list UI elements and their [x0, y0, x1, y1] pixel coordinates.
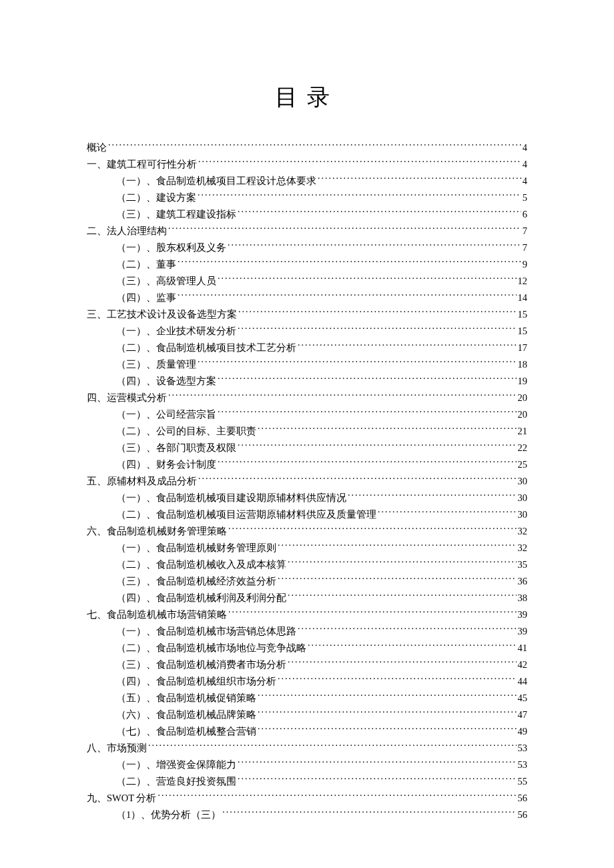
toc-entry-label: （六）、食品制造机械品牌策略 — [116, 707, 256, 723]
toc-leader-dots — [228, 608, 517, 618]
toc-entry-label: 八、市场预测 — [87, 740, 147, 757]
toc-entry[interactable]: 七、食品制造机械市场营销策略39 — [87, 606, 527, 623]
toc-entry[interactable]: （四）、食品制造机械利润及利润分配38 — [87, 590, 527, 606]
toc-entry-page: 7 — [523, 223, 527, 240]
toc-entry-label: （四）、食品制造机械组织市场分析 — [116, 673, 276, 690]
toc-entry-page: 55 — [518, 773, 528, 790]
toc-entry[interactable]: （二）、食品制造机械项目技术工艺分析17 — [87, 340, 527, 356]
toc-entry-page: 21 — [518, 423, 528, 440]
toc-entry[interactable]: （二）、董事9 — [87, 256, 527, 273]
toc-leader-dots — [168, 224, 521, 234]
toc-leader-dots — [238, 308, 517, 318]
toc-entry[interactable]: （三）、各部门职责及权限22 — [87, 440, 527, 456]
toc-entry[interactable]: 一、建筑工程可行性分析4 — [87, 156, 527, 173]
toc-entry[interactable]: （四）、设备选型方案19 — [87, 373, 527, 390]
toc-entry-label: （二）、公司的目标、主要职责 — [116, 423, 256, 440]
toc-entry-label: （二）、营造良好投资氛围 — [116, 773, 236, 790]
toc-entry-label: （一）、增强资金保障能力 — [116, 757, 236, 773]
toc-leader-dots — [278, 574, 517, 584]
toc-entry[interactable]: （二）、食品制造机械项目运营期原辅材料供应及质量管理30 — [87, 506, 527, 523]
toc-entry[interactable]: （一）、食品制造机械财务管理原则32 — [87, 540, 527, 556]
toc-entry-page: 17 — [518, 340, 528, 356]
toc-entry[interactable]: 概论4 — [87, 139, 527, 156]
toc-entry-label: （四）、监事 — [116, 290, 176, 306]
toc-leader-dots — [288, 558, 517, 568]
toc-leader-dots — [218, 408, 517, 418]
toc-leader-dots — [278, 675, 517, 685]
toc-leader-dots — [168, 391, 517, 401]
toc-entry[interactable]: （二）、食品制造机械市场地位与竞争战略41 — [87, 640, 527, 657]
toc-entry[interactable]: （一）、公司经营宗旨20 — [87, 406, 527, 423]
toc-entry[interactable]: （二）、营造良好投资氛围55 — [87, 773, 527, 790]
toc-entry[interactable]: 五、原辅材料及成品分析30 — [87, 473, 527, 490]
toc-leader-dots — [148, 741, 517, 751]
toc-entry[interactable]: （一）、增强资金保障能力53 — [87, 757, 527, 773]
page-title: 目录 — [87, 82, 527, 113]
toc-entry[interactable]: （七）、食品制造机械整合营销49 — [87, 723, 527, 740]
toc-entry-page: 12 — [518, 273, 528, 290]
toc-entry-label: （1）、优势分析（三） — [116, 807, 221, 823]
toc-entry[interactable]: （四）、监事14 — [87, 290, 527, 306]
toc-entry[interactable]: （三）、质量管理18 — [87, 356, 527, 373]
toc-entry-page: 53 — [518, 757, 528, 773]
toc-entry-label: 概论 — [87, 139, 107, 156]
toc-leader-dots — [238, 207, 521, 218]
toc-entry-page: 7 — [523, 240, 527, 256]
toc-entry[interactable]: （六）、食品制造机械品牌策略47 — [87, 707, 527, 723]
toc-entry-label: （三）、高级管理人员 — [116, 273, 216, 290]
toc-entry-label: （三）、质量管理 — [116, 356, 196, 373]
toc-entry[interactable]: （二）、建设方案5 — [87, 189, 527, 206]
toc-entry[interactable]: （一）、食品制造机械项目工程设计总体要求4 — [87, 173, 527, 189]
toc-entry-page: 15 — [518, 306, 528, 323]
toc-entry[interactable]: （四）、食品制造机械组织市场分析44 — [87, 673, 527, 690]
toc-entry-label: 五、原辅材料及成品分析 — [87, 473, 197, 490]
toc-leader-dots — [348, 491, 517, 501]
toc-entry-label: （一）、股东权利及义务 — [116, 240, 226, 256]
toc-entry[interactable]: （三）、食品制造机械消费者市场分析42 — [87, 657, 527, 673]
toc-entry[interactable]: （一）、食品制造机械市场营销总体思路39 — [87, 623, 527, 640]
toc-entry[interactable]: （一）、食品制造机械项目建设期原辅材料供应情况30 — [87, 490, 527, 506]
toc-entry[interactable]: 九、SWOT 分析56 — [87, 790, 527, 807]
toc-entry-label: （二）、食品制造机械项目技术工艺分析 — [116, 340, 296, 356]
toc-entry-label: （一）、企业技术研发分析 — [116, 323, 236, 340]
toc-entry[interactable]: （三）、高级管理人员12 — [87, 273, 527, 290]
toc-entry[interactable]: （三）、食品制造机械经济效益分析36 — [87, 573, 527, 590]
toc-leader-dots — [238, 758, 517, 768]
toc-entry-page: 5 — [523, 189, 527, 206]
toc-entry-page: 30 — [518, 490, 528, 506]
toc-leader-dots — [228, 524, 517, 534]
toc-entry-label: （四）、设备选型方案 — [116, 373, 216, 390]
toc-entry-label: （二）、董事 — [116, 256, 176, 273]
toc-entry-page: 39 — [518, 623, 528, 640]
toc-entry[interactable]: 四、运营模式分析20 — [87, 390, 527, 406]
toc-entry[interactable]: （一）、股东权利及义务7 — [87, 240, 527, 256]
toc-entry-page: 53 — [518, 740, 528, 757]
toc-entry[interactable]: 二、法人治理结构7 — [87, 223, 527, 240]
toc-entry-page: 4 — [523, 156, 527, 173]
toc-entry-label: （四）、食品制造机械利润及利润分配 — [116, 590, 286, 606]
toc-entry-page: 38 — [518, 590, 528, 606]
toc-entry-page: 44 — [518, 673, 528, 690]
toc-entry[interactable]: （三）、建筑工程建设指标6 — [87, 206, 527, 223]
toc-leader-dots — [218, 458, 517, 468]
toc-entry[interactable]: 三、工艺技术设计及设备选型方案15 — [87, 306, 527, 323]
toc-leader-dots — [218, 274, 517, 284]
toc-entry[interactable]: （二）、公司的目标、主要职责21 — [87, 423, 527, 440]
toc-leader-dots — [258, 691, 517, 701]
toc-entry-label: 四、运营模式分析 — [87, 390, 167, 406]
toc-entry-page: 15 — [518, 323, 528, 340]
toc-entry[interactable]: （四）、财务会计制度25 — [87, 456, 527, 473]
toc-entry[interactable]: 六、食品制造机械财务管理策略32 — [87, 523, 527, 540]
toc-leader-dots — [378, 508, 517, 518]
toc-entry[interactable]: （五）、食品制造机械促销策略45 — [87, 690, 527, 707]
toc-entry-page: 22 — [518, 440, 528, 456]
toc-entry[interactable]: 八、市场预测53 — [87, 740, 527, 757]
toc-entry[interactable]: （二）、食品制造机械收入及成本核算35 — [87, 556, 527, 573]
toc-entry-page: 36 — [518, 573, 528, 590]
toc-entry-page: 4 — [523, 139, 527, 156]
toc-leader-dots — [308, 641, 517, 651]
toc-entry[interactable]: （1）、优势分析（三）56 — [87, 807, 527, 823]
toc-entry[interactable]: （一）、企业技术研发分析15 — [87, 323, 527, 340]
toc-entry-label: （一）、食品制造机械财务管理原则 — [116, 540, 276, 556]
toc-entry-label: （二）、食品制造机械市场地位与竞争战略 — [116, 640, 306, 657]
